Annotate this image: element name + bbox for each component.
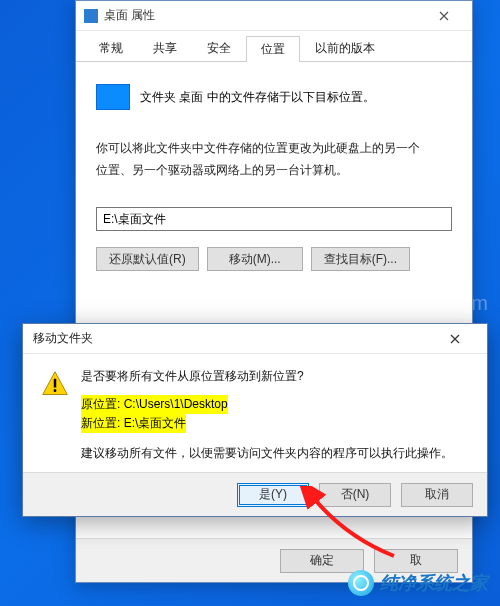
new-location-line: 新位置: E:\桌面文件 (81, 414, 469, 433)
message-column: 是否要将所有文件从原位置移动到新位置? 原位置: C:\Users\1\Desk… (81, 368, 469, 462)
close-icon (439, 11, 449, 21)
titlebar: 桌面 属性 (76, 1, 472, 31)
old-location-line: 原位置: C:\Users\1\Desktop (81, 395, 469, 414)
modal-close-button[interactable] (433, 325, 477, 353)
folder-row: 文件夹 桌面 中的文件存储于以下目标位置。 (96, 84, 452, 110)
yes-button[interactable]: 是(Y) (237, 483, 309, 507)
tab-previous-versions[interactable]: 以前的版本 (300, 35, 390, 61)
move-button[interactable]: 移动(M)... (207, 247, 303, 271)
desktop-icon (84, 9, 98, 23)
svg-rect-1 (54, 379, 56, 388)
close-icon (450, 334, 460, 344)
warning-icon (41, 370, 69, 398)
tab-general[interactable]: 常规 (84, 35, 138, 61)
folder-icon (96, 84, 130, 110)
modal-title: 移动文件夹 (33, 330, 93, 347)
cancel-button[interactable]: 取消 (401, 483, 473, 507)
window-close-button[interactable] (424, 4, 464, 28)
info-line-1: 你可以将此文件夹中文件存储的位置更改为此硬盘上的另一个 (96, 138, 452, 160)
cancel-button-truncated[interactable]: 取 (374, 549, 458, 573)
tab-share[interactable]: 共享 (138, 35, 192, 61)
tab-security[interactable]: 安全 (192, 35, 246, 61)
tab-strip: 常规 共享 安全 位置 以前的版本 (76, 31, 472, 62)
restore-default-button[interactable]: 还原默认值(R) (96, 247, 199, 271)
move-question: 是否要将所有文件从原位置移动到新位置? (81, 368, 469, 385)
move-advice: 建议移动所有文件，以便需要访问文件夹内容的程序可以执行此操作。 (81, 445, 469, 462)
location-path-input[interactable] (96, 207, 452, 231)
old-location-path: C:\Users\1\Desktop (124, 397, 228, 411)
no-button[interactable]: 否(N) (319, 483, 391, 507)
info-line-2: 位置、另一个驱动器或网络上的另一台计算机。 (96, 160, 452, 182)
folder-line-text: 文件夹 桌面 中的文件存储于以下目标位置。 (140, 89, 375, 106)
info-text: 你可以将此文件夹中文件存储的位置更改为此硬盘上的另一个 位置、另一个驱动器或网络… (96, 138, 452, 181)
ok-button[interactable]: 确定 (280, 549, 364, 573)
modal-titlebar: 移动文件夹 (23, 324, 487, 354)
move-folder-dialog: 移动文件夹 是否要将所有文件从原位置移动到新位置? 原位置: C:\Users\… (22, 323, 488, 517)
modal-body: 是否要将所有文件从原位置移动到新位置? 原位置: C:\Users\1\Desk… (23, 354, 487, 472)
modal-actions: 是(Y) 否(N) 取消 (23, 472, 487, 516)
brand-text: 纯净系统之家 (380, 571, 488, 595)
location-button-row: 还原默认值(R) 移动(M)... 查找目标(F)... (96, 247, 452, 271)
old-location-label: 原位置: (81, 397, 124, 411)
window-title: 桌面 属性 (104, 7, 424, 24)
tab-location[interactable]: 位置 (246, 36, 300, 62)
svg-rect-2 (54, 389, 56, 392)
tab-content: 文件夹 桌面 中的文件存储于以下目标位置。 你可以将此文件夹中文件存储的位置更改… (76, 62, 472, 287)
brand-globe-icon (348, 570, 374, 596)
find-target-button[interactable]: 查找目标(F)... (311, 247, 410, 271)
new-location-path: E:\桌面文件 (124, 416, 187, 430)
new-location-label: 新位置: (81, 416, 124, 430)
brand-watermark: 纯净系统之家 (348, 570, 488, 596)
